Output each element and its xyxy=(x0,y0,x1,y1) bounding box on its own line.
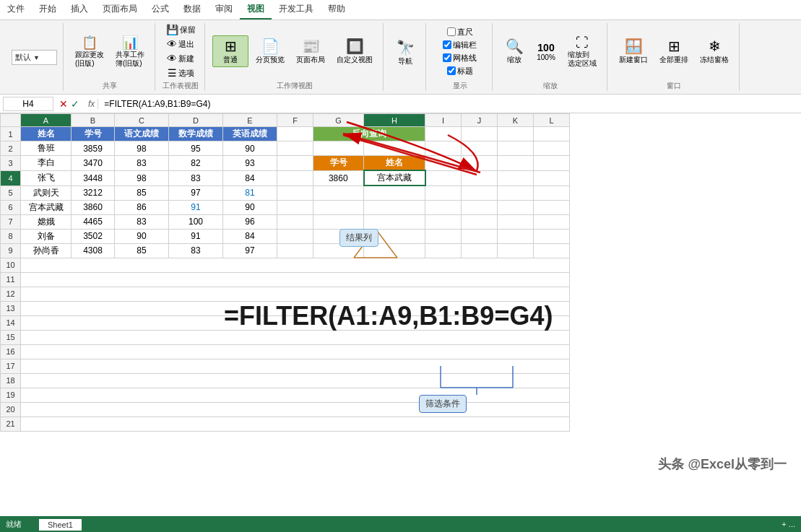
btn-缩放[interactable]: 🔍 缩放 xyxy=(500,36,529,66)
row-header-6[interactable]: 6 xyxy=(1,200,21,214)
cell-E6[interactable]: 90 xyxy=(223,200,277,214)
cell-F4[interactable] xyxy=(277,170,313,186)
cell-A8[interactable]: 刘备 xyxy=(21,229,72,243)
cell-D5[interactable]: 97 xyxy=(169,186,223,200)
btn-全部重排[interactable]: ⊞ 全部重排 xyxy=(655,36,693,66)
cell-B2[interactable]: 3859 xyxy=(72,141,115,156)
btn-导航[interactable]: 🔭 导航 xyxy=(391,38,420,68)
cell-J3[interactable] xyxy=(462,156,498,171)
cell-D9[interactable]: 83 xyxy=(169,243,223,258)
cell-F8[interactable] xyxy=(277,229,313,243)
col-header-A[interactable]: A xyxy=(21,114,72,127)
btn-共享工作簿[interactable]: 📊 共享工作簿(旧版) xyxy=(111,33,149,69)
cell-B3[interactable]: 3470 xyxy=(72,156,115,171)
cell-F5[interactable] xyxy=(277,186,313,200)
cell-B4[interactable]: 3448 xyxy=(72,170,115,186)
cell-I5[interactable] xyxy=(425,186,462,200)
tab-视图[interactable]: 视图 xyxy=(240,0,272,19)
cell-L4[interactable] xyxy=(534,170,570,186)
cell-H3[interactable]: 姓名 xyxy=(364,156,425,171)
cell-D4[interactable]: 83 xyxy=(169,170,223,186)
tab-插入[interactable]: 插入 xyxy=(64,0,95,19)
cell-K9[interactable] xyxy=(498,243,534,258)
cell-J6[interactable] xyxy=(462,200,498,214)
cell-K2[interactable] xyxy=(498,141,534,156)
cell-K7[interactable] xyxy=(498,214,534,229)
cell-G1[interactable]: 反向查询 xyxy=(313,127,425,141)
cell-D6[interactable]: 91 xyxy=(169,200,223,214)
row-header-8[interactable]: 8 xyxy=(1,229,21,243)
row-header-1[interactable]: 1 xyxy=(1,127,21,141)
cell-H9[interactable] xyxy=(364,243,425,258)
cell-J7[interactable] xyxy=(462,214,498,229)
cell-K8[interactable] xyxy=(498,229,534,243)
cell-E3[interactable]: 93 xyxy=(223,156,277,171)
cell-E1[interactable]: 英语成绩 xyxy=(223,127,277,141)
cell-G5[interactable] xyxy=(313,186,364,200)
cell-L1[interactable] xyxy=(534,127,570,141)
cell-K3[interactable] xyxy=(498,156,534,171)
cell-L8[interactable] xyxy=(534,229,570,243)
cell-L5[interactable] xyxy=(534,186,570,200)
btn-缩放到选定区域[interactable]: ⛶ 缩放到选定区域 xyxy=(563,34,601,69)
cell-B6[interactable]: 3860 xyxy=(72,200,115,214)
cell-D3[interactable]: 82 xyxy=(169,156,223,171)
row-header-4[interactable]: 4 xyxy=(1,170,21,186)
cell-K1[interactable] xyxy=(498,127,534,141)
cell-E4[interactable]: 84 xyxy=(223,170,277,186)
cell-G6[interactable] xyxy=(313,200,364,214)
tab-数据[interactable]: 数据 xyxy=(176,0,208,19)
cell-L7[interactable] xyxy=(534,214,570,229)
cell-G7[interactable] xyxy=(313,214,364,229)
cell-C2[interactable]: 98 xyxy=(115,141,169,156)
cell-G4[interactable]: 3860 xyxy=(313,170,364,186)
cell-A6[interactable]: 宫本武藏 xyxy=(21,200,72,214)
tab-开始[interactable]: 开始 xyxy=(32,0,64,19)
cell-J9[interactable] xyxy=(462,243,498,258)
btn-100pct[interactable]: 100 100% xyxy=(532,40,560,63)
cell-G3[interactable]: 学号 xyxy=(313,156,364,171)
formula-input[interactable] xyxy=(101,99,801,109)
row-header-5[interactable]: 5 xyxy=(1,186,21,200)
cell-F9[interactable] xyxy=(277,243,313,258)
cell-C7[interactable]: 83 xyxy=(115,214,169,229)
col-header-J[interactable]: J xyxy=(462,114,498,127)
btn-保留[interactable]: 💾 保留 xyxy=(163,23,199,36)
cell-G9[interactable] xyxy=(313,243,364,258)
cell-A7[interactable]: 嫦娥 xyxy=(21,214,72,229)
cell-B5[interactable]: 3212 xyxy=(72,186,115,200)
cell-K5[interactable] xyxy=(498,186,534,200)
cell-A4[interactable]: 张飞 xyxy=(21,170,72,186)
tab-开发工具[interactable]: 开发工具 xyxy=(272,0,321,19)
checkbox-标题[interactable]: 标题 xyxy=(447,66,473,77)
default-dropdown[interactable]: 默认 ▼ xyxy=(12,50,57,65)
col-header-D[interactable]: D xyxy=(169,114,223,127)
btn-选项[interactable]: ☰ 选项 xyxy=(165,66,197,79)
checkbox-网格线[interactable]: 网格线 xyxy=(443,53,477,64)
cell-A9[interactable]: 孙尚香 xyxy=(21,243,72,258)
col-header-H[interactable]: H xyxy=(364,114,425,127)
cell-D1[interactable]: 数学成绩 xyxy=(169,127,223,141)
cell-I3[interactable] xyxy=(425,156,462,171)
cell-D8[interactable]: 91 xyxy=(169,229,223,243)
cell-E9[interactable]: 97 xyxy=(223,243,277,258)
cell-A5[interactable]: 武则天 xyxy=(21,186,72,200)
formula-enter-icon[interactable]: ✓ xyxy=(71,98,79,110)
cell-I6[interactable] xyxy=(425,200,462,214)
btn-新建[interactable]: 👁 新建 xyxy=(164,52,197,65)
btn-普通[interactable]: ⊞ 普通 xyxy=(212,35,248,67)
cell-E8[interactable]: 84 xyxy=(223,229,277,243)
row-header-2[interactable]: 2 xyxy=(1,141,21,156)
cell-K6[interactable] xyxy=(498,200,534,214)
col-header-F[interactable]: F xyxy=(277,114,313,127)
col-header-E[interactable]: E xyxy=(223,114,277,127)
cell-I4[interactable] xyxy=(425,170,462,186)
btn-分页预览[interactable]: 📄 分页预览 xyxy=(251,36,289,66)
cell-E7[interactable]: 96 xyxy=(223,214,277,229)
cell-F3[interactable] xyxy=(277,156,313,171)
cell-D2[interactable]: 95 xyxy=(169,141,223,156)
tab-页面布局[interactable]: 页面布局 xyxy=(95,0,144,19)
cell-I7[interactable] xyxy=(425,214,462,229)
tab-帮助[interactable]: 帮助 xyxy=(321,0,352,19)
cell-K4[interactable] xyxy=(498,170,534,186)
